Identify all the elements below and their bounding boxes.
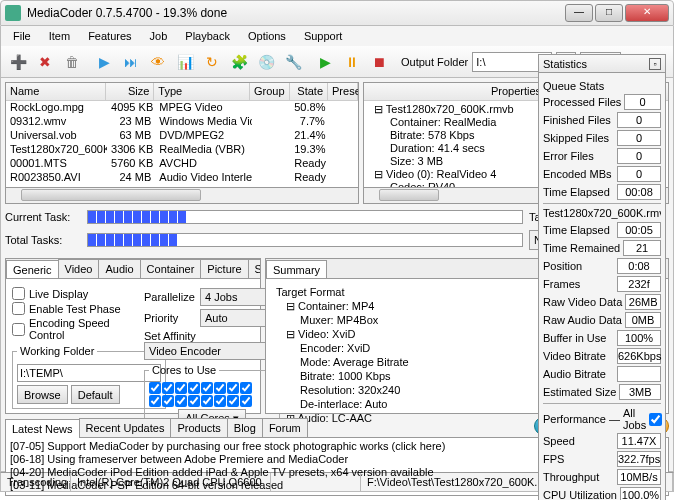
start-icon[interactable]: ▶ bbox=[312, 49, 338, 75]
minimize-button[interactable]: — bbox=[565, 4, 593, 22]
menu-features[interactable]: Features bbox=[80, 28, 139, 44]
frames-value: 232f bbox=[617, 276, 661, 292]
maximize-button[interactable]: □ bbox=[595, 4, 623, 22]
file-list[interactable]: Name Size Type Group State Prese RockLog… bbox=[5, 82, 359, 188]
table-row[interactable]: Test1280x720_600K.rmvb3306 KBRealMedia (… bbox=[6, 143, 358, 157]
menu-item[interactable]: Item bbox=[41, 28, 78, 44]
preview-icon[interactable]: 👁 bbox=[145, 49, 171, 75]
tab-blog[interactable]: Blog bbox=[227, 418, 263, 437]
core-checkbox[interactable] bbox=[162, 382, 174, 394]
stats-menu-button[interactable]: ▫ bbox=[649, 58, 661, 70]
position-value: 0:08 bbox=[617, 258, 661, 274]
queue-stats-label: Queue Stats bbox=[543, 80, 661, 92]
live-display-checkbox[interactable] bbox=[12, 287, 25, 300]
affinity-select[interactable]: Video Encoder bbox=[144, 342, 280, 360]
current-task-bar bbox=[87, 210, 523, 224]
table-row[interactable]: RockLogo.mpg4095 KBMPEG Video50.8% bbox=[6, 101, 358, 115]
total-tasks-label: Total Tasks: bbox=[5, 234, 81, 246]
titlebar: MediaCoder 0.7.5.4700 - 19.3% done — □ ✕ bbox=[0, 0, 674, 26]
abit-value bbox=[617, 366, 661, 382]
table-row[interactable]: 00001.MTS5760 KBAVCHDReady bbox=[6, 157, 358, 171]
col-group[interactable]: Group bbox=[250, 83, 290, 100]
test-phase-checkbox[interactable] bbox=[12, 302, 25, 315]
speed-value: 11.47X bbox=[617, 433, 661, 449]
core-checkbox[interactable] bbox=[227, 395, 239, 407]
tab-container[interactable]: Container bbox=[140, 259, 202, 278]
core-checkbox[interactable] bbox=[240, 395, 252, 407]
statistics-title: Statistics bbox=[543, 58, 587, 70]
menu-playback[interactable]: Playback bbox=[177, 28, 238, 44]
core-checkbox[interactable] bbox=[214, 382, 226, 394]
browse-button[interactable]: Browse bbox=[17, 385, 68, 404]
working-folder-input[interactable] bbox=[17, 364, 161, 382]
core-checkbox[interactable] bbox=[201, 382, 213, 394]
core-checkbox[interactable] bbox=[227, 382, 239, 394]
table-row[interactable]: R0023850.AVI24 MBAudio Video InterleaveR… bbox=[6, 171, 358, 185]
tab-summary[interactable]: Summary bbox=[266, 260, 327, 279]
plugin-icon[interactable]: 🧩 bbox=[226, 49, 252, 75]
clear-icon[interactable]: 🗑 bbox=[59, 49, 85, 75]
tab-latest-news[interactable]: Latest News bbox=[5, 419, 80, 438]
tab-sound[interactable]: Sound bbox=[248, 259, 260, 278]
remain-value: 21 secs bbox=[623, 240, 661, 256]
refresh-icon[interactable]: ↻ bbox=[199, 49, 225, 75]
skipped-value: 0 bbox=[617, 130, 661, 146]
all-jobs-checkbox[interactable] bbox=[649, 413, 662, 426]
window-title: MediaCoder 0.7.5.4700 - 19.3% done bbox=[27, 6, 565, 20]
tab-video[interactable]: Video bbox=[58, 259, 100, 278]
remove-icon[interactable]: ✖ bbox=[32, 49, 58, 75]
file-list-header: Name Size Type Group State Prese bbox=[6, 83, 358, 101]
chart-icon[interactable]: 📊 bbox=[172, 49, 198, 75]
tab-picture[interactable]: Picture bbox=[200, 259, 248, 278]
speed-control-checkbox[interactable] bbox=[12, 323, 25, 336]
tab-recent-updates[interactable]: Recent Updates bbox=[79, 418, 172, 437]
stop-icon[interactable]: ⏹ bbox=[366, 49, 392, 75]
status-spacer bbox=[271, 473, 361, 491]
pause-icon[interactable]: ⏸ bbox=[339, 49, 365, 75]
menu-job[interactable]: Job bbox=[142, 28, 176, 44]
core-checkbox[interactable] bbox=[240, 382, 252, 394]
rvd-value: 26MB bbox=[625, 294, 661, 310]
col-type[interactable]: Type bbox=[154, 83, 250, 100]
menu-options[interactable]: Options bbox=[240, 28, 294, 44]
error-value: 0 bbox=[617, 148, 661, 164]
tab-products[interactable]: Products bbox=[170, 418, 227, 437]
output-folder-label: Output Folder bbox=[401, 56, 468, 68]
menu-support[interactable]: Support bbox=[296, 28, 351, 44]
core-checkbox[interactable] bbox=[188, 395, 200, 407]
encmb-value: 0 bbox=[617, 166, 661, 182]
default-button[interactable]: Default bbox=[71, 385, 120, 404]
disc-icon[interactable]: 💿 bbox=[253, 49, 279, 75]
wrench-icon[interactable]: 🔧 bbox=[280, 49, 306, 75]
col-name[interactable]: Name bbox=[6, 83, 106, 100]
core-checkbox[interactable] bbox=[188, 382, 200, 394]
col-size[interactable]: Size bbox=[106, 83, 154, 100]
processed-value: 0 bbox=[624, 94, 661, 110]
col-preset[interactable]: Prese bbox=[328, 83, 358, 100]
core-checkbox[interactable] bbox=[175, 395, 187, 407]
status-state: Transcoding bbox=[1, 473, 71, 491]
tab-audio[interactable]: Audio bbox=[98, 259, 140, 278]
table-row[interactable]: 09312.wmv23 MBWindows Media Video7.7% bbox=[6, 115, 358, 129]
col-state[interactable]: State bbox=[290, 83, 329, 100]
core-checkbox[interactable] bbox=[175, 382, 187, 394]
tab-generic[interactable]: Generic bbox=[6, 260, 59, 279]
skip-icon[interactable]: ⏭ bbox=[118, 49, 144, 75]
stats-current-file: Test1280x720_600K.rmvb bbox=[543, 207, 661, 219]
core-checkbox[interactable] bbox=[162, 395, 174, 407]
buffer-value: 100% bbox=[617, 330, 661, 346]
core-checkbox[interactable] bbox=[149, 395, 161, 407]
tab-forum[interactable]: Forum bbox=[262, 418, 308, 437]
core-checkbox[interactable] bbox=[149, 382, 161, 394]
table-row[interactable]: Universal.vob63 MBDVD/MPEG221.4% bbox=[6, 129, 358, 143]
play-icon[interactable]: ▶ bbox=[91, 49, 117, 75]
close-button[interactable]: ✕ bbox=[625, 4, 669, 22]
add-icon[interactable]: ➕ bbox=[5, 49, 31, 75]
core-checkbox[interactable] bbox=[214, 395, 226, 407]
settings-tabs: Generic Video Audio Container Picture So… bbox=[5, 258, 261, 414]
menu-file[interactable]: File bbox=[5, 28, 39, 44]
file-list-scrollbar[interactable] bbox=[5, 188, 359, 204]
fps-value: 322.7fps bbox=[617, 451, 661, 467]
core-checkbox[interactable] bbox=[201, 395, 213, 407]
current-task-label: Current Task: bbox=[5, 211, 81, 223]
